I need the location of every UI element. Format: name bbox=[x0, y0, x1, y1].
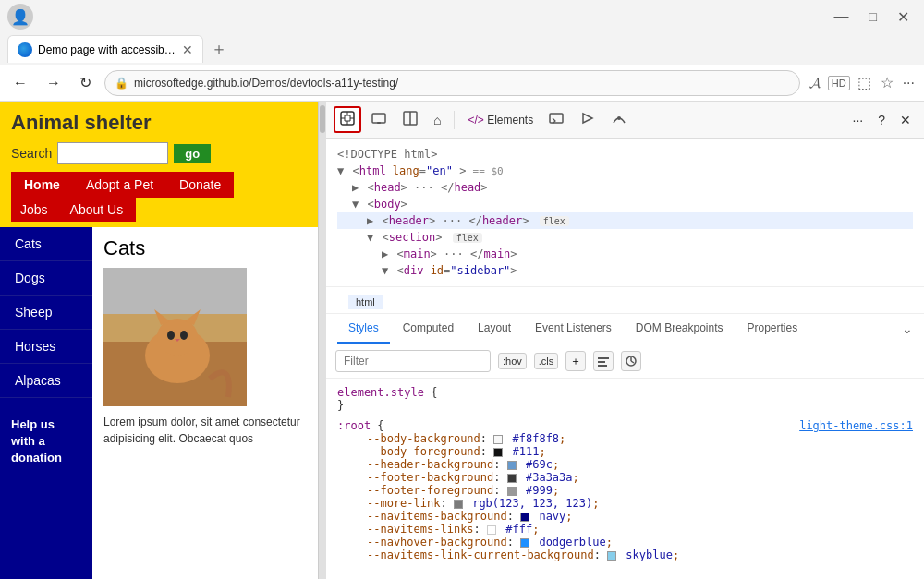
tab-event-listeners[interactable]: Event Listeners bbox=[524, 314, 623, 344]
nav-adopt[interactable]: Adopt a Pet bbox=[73, 172, 166, 198]
tree-section[interactable]: ▼ <section> flex bbox=[337, 229, 913, 246]
device-emulation-btn[interactable] bbox=[365, 106, 393, 133]
close-btn[interactable]: ✕ bbox=[890, 5, 917, 30]
tree-expand-div[interactable]: ▼ bbox=[382, 264, 388, 277]
tree-main[interactable]: ▶ <main> ··· </main> bbox=[337, 246, 913, 262]
element-style-close: } bbox=[337, 399, 913, 412]
tabs-more-btn[interactable]: ⌄ bbox=[902, 321, 913, 336]
css-prop-navlink-current: --navitems-link-current-background: skyb… bbox=[337, 549, 913, 561]
webpage-panel: Animal shelter Search go Home Adopt a Pe… bbox=[0, 102, 319, 579]
maximize-btn[interactable]: □ bbox=[862, 6, 884, 28]
sidebar-item-sheep[interactable]: Sheep bbox=[0, 296, 92, 330]
tree-expand-body[interactable]: ▼ bbox=[352, 198, 359, 211]
svg-point-4 bbox=[157, 319, 198, 356]
search-label: Search bbox=[11, 146, 52, 161]
hd-icon[interactable]: HD bbox=[828, 76, 850, 90]
more-options-icon[interactable]: ··· bbox=[901, 73, 917, 93]
css-prop-footer-bg: --footer-background: #3a3a3a; bbox=[337, 471, 913, 484]
css-file-link[interactable]: light-theme.css:1 bbox=[799, 419, 913, 432]
swatch-navitems-links bbox=[487, 525, 496, 535]
address-bar[interactable]: 🔒 microsoftedge.github.io/Demos/devtools… bbox=[104, 70, 800, 96]
swatch-body-fg bbox=[493, 448, 503, 457]
tab-styles[interactable]: Styles bbox=[337, 314, 390, 344]
css-prop-body-fg: --body-foreground: #111; bbox=[337, 445, 913, 458]
site-sidebar: Cats Dogs Sheep Horses Alpacas Help us w… bbox=[0, 227, 92, 579]
devtools-tabs-row: Styles Computed Layout Event Listeners D… bbox=[326, 314, 924, 344]
back-btn[interactable]: ← bbox=[7, 71, 33, 95]
elements-panel-btn[interactable]: </> Elements bbox=[462, 110, 539, 130]
css-prop-navitems-bg: --navitems-background: navy; bbox=[337, 510, 913, 523]
tree-expand-header[interactable]: ▶ bbox=[367, 214, 373, 227]
tree-div-sidebar[interactable]: ▼ <div id="sidebar"> bbox=[337, 262, 913, 279]
sidebar-item-dogs[interactable]: Dogs bbox=[0, 261, 92, 296]
read-aloud-icon[interactable]: 𝓐 bbox=[808, 73, 822, 93]
nav-about[interactable]: About Us bbox=[57, 198, 137, 222]
more-tools-btn[interactable]: ··· bbox=[847, 109, 869, 131]
nav-home[interactable]: Home bbox=[11, 172, 73, 198]
swatch-body-bg bbox=[493, 435, 503, 444]
network-btn[interactable] bbox=[605, 106, 633, 133]
close-devtools-btn[interactable]: ✕ bbox=[894, 109, 917, 131]
devtools-toolbar: ⌂ </> Elements ··· ? ✕ bbox=[326, 102, 924, 139]
tab-dom-breakpoints[interactable]: DOM Breakpoints bbox=[625, 314, 735, 344]
doctype-text: <!DOCTYPE html> bbox=[337, 148, 437, 161]
tree-expand-head[interactable]: ▶ bbox=[352, 181, 359, 194]
tab-bar: Demo page with accessibility issu ✕ ＋ bbox=[0, 33, 924, 65]
inspect-element-btn[interactable] bbox=[334, 106, 361, 133]
tab-close-btn[interactable]: ✕ bbox=[182, 42, 193, 57]
dock-toggle-btn[interactable] bbox=[396, 106, 424, 133]
settings-btn[interactable]: ? bbox=[872, 109, 891, 131]
nav-jobs[interactable]: Jobs bbox=[11, 198, 57, 222]
tab-layout[interactable]: Layout bbox=[467, 314, 522, 344]
svg-point-8 bbox=[180, 331, 188, 340]
home-btn[interactable]: ⌂ bbox=[428, 109, 446, 131]
svg-point-7 bbox=[167, 331, 175, 340]
tree-body[interactable]: ▼ <body> bbox=[337, 196, 913, 212]
tab-title: Demo page with accessibility issu bbox=[38, 43, 176, 56]
add-to-sidebar-icon[interactable]: ⬚ bbox=[856, 72, 873, 93]
devtools-panel: ⌂ </> Elements ··· ? ✕ <!DOCTYPE html> bbox=[326, 102, 924, 579]
cls-pseudo-btn[interactable]: .cls bbox=[534, 353, 559, 369]
sidebar-item-horses[interactable]: Horses bbox=[0, 330, 92, 364]
swatch-more-link bbox=[454, 500, 463, 509]
tree-expand-section[interactable]: ▼ bbox=[367, 231, 373, 244]
tab-computed[interactable]: Computed bbox=[392, 314, 465, 344]
root-css-block: :root { light-theme.css:1 --body-backgro… bbox=[337, 419, 913, 561]
search-input[interactable] bbox=[57, 142, 168, 164]
css-selector-line: :root { light-theme.css:1 bbox=[337, 419, 913, 432]
filter-input[interactable] bbox=[335, 350, 491, 372]
favorites-icon[interactable]: ☆ bbox=[879, 72, 895, 93]
tree-html[interactable]: ▼ <html lang="en" > == $0 bbox=[337, 163, 913, 179]
svg-rect-23 bbox=[598, 361, 605, 363]
svg-rect-19 bbox=[550, 114, 563, 123]
computed-styles-btn[interactable] bbox=[621, 351, 641, 371]
sources-btn[interactable] bbox=[574, 106, 602, 133]
tree-expand-html[interactable]: ▼ bbox=[337, 164, 344, 177]
hover-pseudo-btn[interactable]: :hov bbox=[498, 353, 527, 369]
profile-avatar[interactable]: 👤 bbox=[7, 4, 33, 30]
tree-header[interactable]: ▶ <header> ··· </header> flex bbox=[337, 212, 913, 229]
sidebar-item-cats[interactable]: Cats bbox=[0, 227, 92, 261]
new-tab-btn[interactable]: ＋ bbox=[207, 34, 231, 64]
minimize-btn[interactable]: — bbox=[827, 5, 857, 29]
lock-icon: 🔒 bbox=[115, 77, 128, 90]
new-style-rule-btn[interactable] bbox=[593, 351, 614, 371]
search-go-btn[interactable]: go bbox=[174, 144, 211, 163]
css-prop-header-bg: --header-background: #69c; bbox=[337, 458, 913, 471]
cat-image bbox=[103, 268, 247, 406]
console-panel-btn[interactable] bbox=[542, 106, 570, 133]
forward-btn[interactable]: → bbox=[41, 71, 67, 95]
svg-rect-15 bbox=[372, 114, 385, 123]
nav-donate[interactable]: Donate bbox=[166, 172, 234, 198]
cat-svg bbox=[103, 268, 247, 406]
devtools-resize-handle[interactable] bbox=[319, 102, 326, 579]
tree-expand-main[interactable]: ▶ bbox=[382, 247, 388, 260]
browser-tab[interactable]: Demo page with accessibility issu ✕ bbox=[7, 35, 203, 63]
sidebar-item-alpacas[interactable]: Alpacas bbox=[0, 364, 92, 398]
add-style-rule-btn[interactable]: ＋ bbox=[565, 351, 586, 371]
site-main-content: Cats bbox=[92, 227, 318, 579]
refresh-btn[interactable]: ↻ bbox=[74, 70, 97, 95]
tree-head[interactable]: ▶ <head> ··· </head> bbox=[337, 179, 913, 196]
swatch-navitems-bg bbox=[520, 513, 529, 522]
tab-properties[interactable]: Properties bbox=[736, 314, 809, 344]
